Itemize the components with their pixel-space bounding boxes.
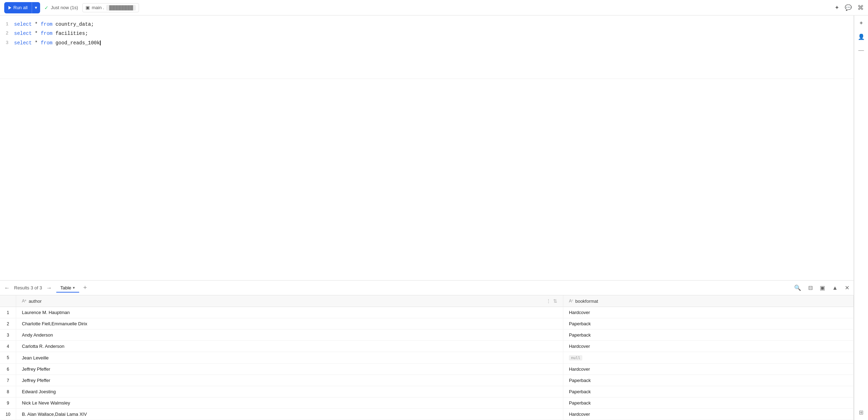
db-file-icon: ▣ bbox=[85, 5, 90, 10]
chat-icon[interactable]: 💬 bbox=[845, 4, 852, 11]
db-name: ████████ bbox=[106, 5, 136, 11]
table-body: 1Laurence M. HauptmanHardcover2Charlotte… bbox=[0, 307, 854, 420]
table-row: 7Jeffrey PfefferPaperback bbox=[0, 375, 854, 386]
row-number: 1 bbox=[0, 307, 16, 318]
db-label: main . bbox=[92, 5, 104, 10]
close-results-button[interactable]: ✕ bbox=[843, 283, 851, 293]
check-icon: ✓ bbox=[44, 5, 49, 11]
author-column-header[interactable]: Aᵃ author ⋮ ⇅ bbox=[16, 295, 563, 307]
table-row: 3Andy AndersonPaperback bbox=[0, 330, 854, 341]
table-tab-label: Table bbox=[61, 285, 71, 290]
table-row: 5Jean Leveillenull bbox=[0, 352, 854, 364]
row-number: 6 bbox=[0, 364, 16, 375]
minus-sidebar-icon[interactable]: — bbox=[859, 47, 864, 54]
collapse-button[interactable]: ▲ bbox=[831, 283, 839, 293]
db-indicator[interactable]: ▣ main . ████████ bbox=[82, 3, 139, 12]
row-number: 4 bbox=[0, 341, 16, 352]
table-row: 9Nick Le Neve WalmsleyPaperback bbox=[0, 397, 854, 409]
author-cell: B. Alan Wallace,Dalai Lama XIV bbox=[16, 409, 563, 420]
table-row: 10B. Alan Wallace,Dalai Lama XIVHardcove… bbox=[0, 409, 854, 420]
line-number-3: 3 bbox=[0, 39, 14, 47]
bookformat-cell: Paperback bbox=[563, 318, 853, 330]
line-number-1: 1 bbox=[0, 21, 14, 28]
author-col-label: author bbox=[28, 299, 42, 304]
results-label: Results 3 of 3 bbox=[14, 285, 42, 290]
status-label: Just now (1s) bbox=[51, 5, 78, 10]
run-all-button[interactable]: Run all ▾ bbox=[4, 2, 40, 13]
row-number: 3 bbox=[0, 330, 16, 341]
row-number: 8 bbox=[0, 386, 16, 397]
row-number: 5 bbox=[0, 352, 16, 364]
row-number: 10 bbox=[0, 409, 16, 420]
code-content-2: select * from facilities; bbox=[14, 30, 854, 37]
filter-button[interactable]: ⊟ bbox=[807, 283, 814, 293]
author-cell: Jean Leveille bbox=[16, 352, 563, 364]
line-number-2: 2 bbox=[0, 30, 14, 37]
bookformat-column-header[interactable]: Aᶜ bookformat bbox=[563, 295, 853, 307]
bookformat-cell: Paperback bbox=[563, 330, 853, 341]
code-content-1: select * from country_data; bbox=[14, 20, 854, 28]
main-container: 1 select * from country_data; 2 select *… bbox=[0, 15, 868, 420]
run-all-caret[interactable]: ▾ bbox=[32, 2, 40, 13]
sparkle-sidebar-icon[interactable]: ✦ bbox=[859, 20, 863, 26]
author-cell: Carlotta R. Anderson bbox=[16, 341, 563, 352]
results-next-button[interactable]: → bbox=[45, 283, 53, 293]
run-status: ✓ Just now (1s) bbox=[44, 5, 78, 11]
layout-button[interactable]: ▣ bbox=[818, 283, 826, 293]
code-content-3: select * from good_reads_100k bbox=[14, 39, 854, 47]
table-tab-dropdown[interactable]: ▾ bbox=[73, 286, 75, 290]
run-icon bbox=[8, 6, 11, 10]
table-row: 8Edward JoestingPaperback bbox=[0, 386, 854, 397]
search-button[interactable]: 🔍 bbox=[793, 283, 803, 293]
author-cell: Laurence M. Hauptman bbox=[16, 307, 563, 318]
author-cell: Edward Joesting bbox=[16, 386, 563, 397]
grid-sidebar-icon[interactable]: ⊞ bbox=[859, 409, 863, 416]
data-table-container[interactable]: Aᵃ author ⋮ ⇅ Aᶜ bookformat bbox=[0, 295, 854, 420]
bookformat-cell: Hardcover bbox=[563, 307, 853, 318]
right-sidebar: ✦ 👤 — ⊞ bbox=[854, 15, 868, 420]
run-all-main[interactable]: Run all bbox=[4, 2, 32, 13]
author-cell: Charlotte Fiell,Emmanuelle Dirix bbox=[16, 318, 563, 330]
bookformat-cell: Paperback bbox=[563, 397, 853, 409]
code-line-1: 1 select * from country_data; bbox=[0, 20, 854, 29]
author-sort-icon[interactable]: ⇅ bbox=[553, 298, 557, 304]
null-badge: null bbox=[569, 355, 583, 361]
table-tab[interactable]: Table ▾ bbox=[56, 284, 79, 293]
code-editor[interactable]: 1 select * from country_data; 2 select *… bbox=[0, 15, 854, 79]
code-line-3: 3 select * from good_reads_100k bbox=[0, 38, 854, 48]
results-tabbar-right: 🔍 ⊟ ▣ ▲ ✕ bbox=[793, 283, 851, 293]
results-tabbar: ← Results 3 of 3 → Table ▾ + 🔍 ⊟ ▣ ▲ ✕ bbox=[0, 281, 854, 295]
bookformat-cell: null bbox=[563, 352, 853, 364]
results-panel: ← Results 3 of 3 → Table ▾ + 🔍 ⊟ ▣ ▲ ✕ bbox=[0, 280, 854, 420]
author-type-icon: Aᵃ bbox=[22, 299, 26, 303]
row-number: 7 bbox=[0, 375, 16, 386]
table-header: Aᵃ author ⋮ ⇅ Aᶜ bookformat bbox=[0, 295, 854, 307]
row-number: 2 bbox=[0, 318, 16, 330]
author-cell: Jeffrey Pfeffer bbox=[16, 364, 563, 375]
row-num-header bbox=[0, 295, 16, 307]
bookformat-type-icon: Aᶜ bbox=[569, 299, 573, 303]
editor-area: 1 select * from country_data; 2 select *… bbox=[0, 15, 854, 420]
results-prev-button[interactable]: ← bbox=[3, 283, 11, 293]
toolbar-right: ✦ 💬 ⌘ bbox=[835, 4, 864, 12]
bookformat-cell: Hardcover bbox=[563, 341, 853, 352]
data-table: Aᵃ author ⋮ ⇅ Aᶜ bookformat bbox=[0, 295, 854, 420]
author-menu-icon[interactable]: ⋮ bbox=[546, 298, 551, 304]
code-line-2: 2 select * from facilities; bbox=[0, 29, 854, 38]
table-row: 1Laurence M. HauptmanHardcover bbox=[0, 307, 854, 318]
author-cell: Andy Anderson bbox=[16, 330, 563, 341]
add-tab-button[interactable]: + bbox=[82, 284, 89, 292]
toolbar: Run all ▾ ✓ Just now (1s) ▣ main . █████… bbox=[0, 0, 868, 15]
bookformat-cell: Hardcover bbox=[563, 364, 853, 375]
author-cell: Nick Le Neve Walmsley bbox=[16, 397, 563, 409]
bookformat-col-label: bookformat bbox=[575, 299, 598, 304]
command-icon[interactable]: ⌘ bbox=[857, 4, 864, 12]
bookformat-cell: Paperback bbox=[563, 375, 853, 386]
sparkle-icon[interactable]: ✦ bbox=[835, 4, 839, 11]
table-row: 4Carlotta R. AndersonHardcover bbox=[0, 341, 854, 352]
table-row: 6Jeffrey PfefferHardcover bbox=[0, 364, 854, 375]
bookformat-cell: Hardcover bbox=[563, 409, 853, 420]
table-row: 2Charlotte Fiell,Emmanuelle DirixPaperba… bbox=[0, 318, 854, 330]
profile-sidebar-icon[interactable]: 👤 bbox=[858, 33, 865, 40]
run-all-label: Run all bbox=[13, 5, 27, 10]
